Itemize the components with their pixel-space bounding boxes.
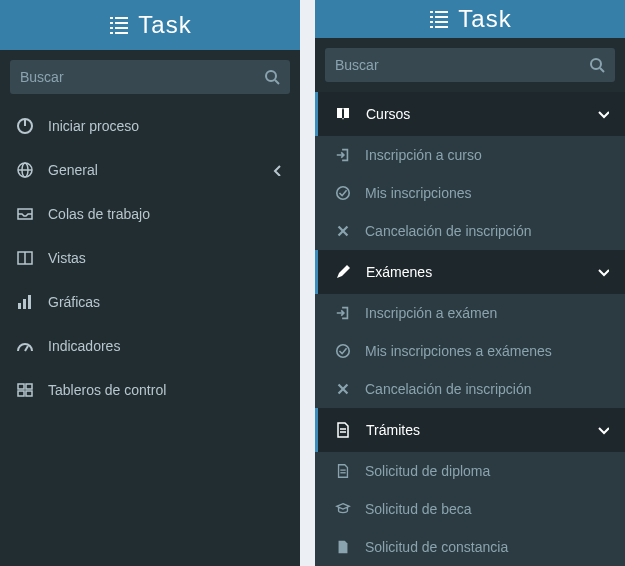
menu-item-label: Iniciar proceso — [48, 118, 284, 134]
sub-item-label: Inscripción a curso — [365, 147, 482, 163]
signin-icon — [335, 305, 351, 321]
chevron-down-icon — [597, 266, 609, 278]
sub-item[interactable]: Cancelación de inscripción — [315, 212, 625, 250]
x-icon — [335, 381, 351, 397]
section-header-pencil[interactable]: Exámenes — [315, 250, 625, 294]
chevron-down-icon — [597, 424, 609, 436]
menu-item-globe[interactable]: General — [0, 148, 300, 192]
right-menu: CursosInscripción a cursoMis inscripcion… — [315, 92, 625, 566]
app-name: Task — [458, 5, 511, 33]
sub-item-label: Solicitud de diploma — [365, 463, 490, 479]
chevron-down-icon — [597, 108, 609, 120]
sub-item[interactable]: Inscripción a curso — [315, 136, 625, 174]
dash-icon — [16, 381, 34, 399]
sub-item[interactable]: Mis inscripciones a exámenes — [315, 332, 625, 370]
menu-item-label: Colas de trabajo — [48, 206, 284, 222]
logo-icon — [108, 14, 130, 36]
signin-icon — [335, 147, 351, 163]
check-icon — [335, 343, 351, 359]
sub-item[interactable]: Solicitud de constancia — [315, 528, 625, 566]
right-sidebar: Task CursosInscripción a cursoMis inscri… — [315, 0, 625, 566]
menu-item-label: Gráficas — [48, 294, 284, 310]
menu-item-gauge[interactable]: Indicadores — [0, 324, 300, 368]
sub-item[interactable]: Solicitud de diploma — [315, 452, 625, 490]
power-icon — [16, 117, 34, 135]
app-header: Task — [0, 0, 300, 50]
section-label: Trámites — [366, 422, 583, 438]
menu-item-bars[interactable]: Gráficas — [0, 280, 300, 324]
menu-item-dash[interactable]: Tableros de control — [0, 368, 300, 412]
menu-item-label: Indicadores — [48, 338, 284, 354]
sub-item-label: Mis inscripciones — [365, 185, 472, 201]
file-icon — [335, 463, 351, 479]
check-icon — [335, 185, 351, 201]
menu-item-label: Vistas — [48, 250, 284, 266]
menu-item-inbox[interactable]: Colas de trabajo — [0, 192, 300, 236]
menu-item-label: Tableros de control — [48, 382, 284, 398]
section-label: Exámenes — [366, 264, 583, 280]
search-box[interactable] — [325, 48, 615, 82]
app-name: Task — [138, 11, 191, 39]
menu-item-columns[interactable]: Vistas — [0, 236, 300, 280]
sub-item-label: Solicitud de beca — [365, 501, 472, 517]
left-menu: Iniciar procesoGeneralColas de trabajoVi… — [0, 104, 300, 412]
globe-icon — [16, 161, 34, 179]
left-sidebar: Task Iniciar procesoGeneralColas de trab… — [0, 0, 300, 566]
columns-icon — [16, 249, 34, 267]
search-input[interactable] — [20, 69, 264, 85]
sub-item[interactable]: Cancelación de inscripción — [315, 370, 625, 408]
logo-icon — [428, 8, 450, 30]
section-header-book[interactable]: Cursos — [315, 92, 625, 136]
search-icon[interactable] — [264, 69, 280, 85]
sub-item[interactable]: Solicitud de beca — [315, 490, 625, 528]
menu-item-label: General — [48, 162, 258, 178]
book-icon — [334, 105, 352, 123]
search-input[interactable] — [335, 57, 589, 73]
search-box[interactable] — [10, 60, 290, 94]
bars-icon — [16, 293, 34, 311]
sub-item-label: Inscripción a exámen — [365, 305, 497, 321]
menu-item-power[interactable]: Iniciar proceso — [0, 104, 300, 148]
grad-icon — [335, 501, 351, 517]
sub-item-label: Cancelación de inscripción — [365, 381, 532, 397]
section-header-file[interactable]: Trámites — [315, 408, 625, 452]
sub-item[interactable]: Mis inscripciones — [315, 174, 625, 212]
pencil-icon — [334, 263, 352, 281]
gauge-icon — [16, 337, 34, 355]
sub-item-label: Solicitud de constancia — [365, 539, 508, 555]
chevron-left-icon — [272, 164, 284, 176]
search-icon[interactable] — [589, 57, 605, 73]
x-icon — [335, 223, 351, 239]
sub-item[interactable]: Inscripción a exámen — [315, 294, 625, 332]
inbox-icon — [16, 205, 34, 223]
app-header: Task — [315, 0, 625, 38]
file-icon — [334, 421, 352, 439]
doc-icon — [335, 539, 351, 555]
sub-item-label: Cancelación de inscripción — [365, 223, 532, 239]
sub-item-label: Mis inscripciones a exámenes — [365, 343, 552, 359]
section-label: Cursos — [366, 106, 583, 122]
